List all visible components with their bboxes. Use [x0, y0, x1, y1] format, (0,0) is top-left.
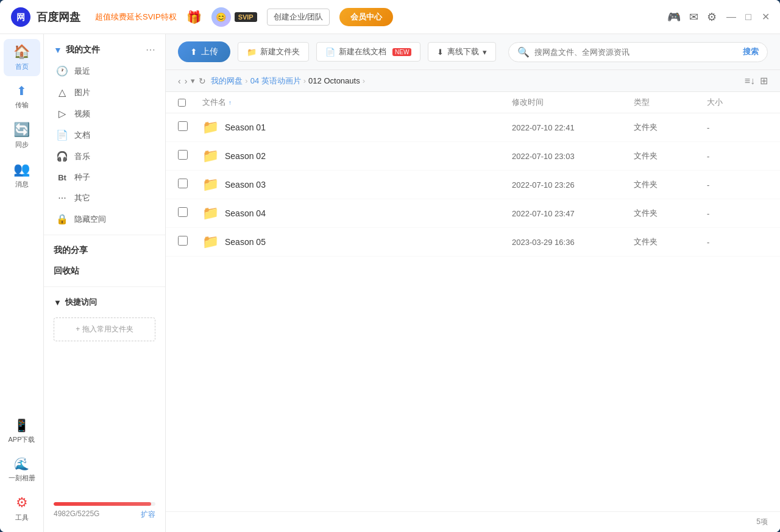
- sidebar-item-video[interactable]: ▷ 视频: [44, 103, 165, 124]
- titlebar: 网 百度网盘 超值续费延长SVIP特权 🎁 😊 SVIP 创建企业/团队 会员中…: [0, 0, 780, 34]
- images-icon: △: [56, 87, 68, 98]
- user-avatar[interactable]: 😊 SVIP: [211, 7, 257, 27]
- row-type: 文件夹: [634, 236, 707, 247]
- sidebar-item-bt[interactable]: Bt 种子: [44, 167, 165, 188]
- recent-label: 最近: [74, 66, 90, 77]
- message-label: 消息: [15, 180, 29, 189]
- row-filename: Season 03: [225, 180, 266, 190]
- sidebar-item-hidden[interactable]: 🔒 隐藏空间: [44, 208, 165, 230]
- sidebar-item-message[interactable]: 👥 消息: [4, 157, 40, 194]
- docs-label: 文档: [74, 130, 90, 141]
- new-folder-button[interactable]: 📁 新建文件夹: [238, 42, 309, 62]
- minimize-button[interactable]: —: [726, 12, 736, 22]
- promo-text[interactable]: 超值续费延长SVIP特权: [95, 12, 177, 23]
- header-checkbox-cell: [178, 97, 202, 108]
- sidebar-item-sync[interactable]: 🔄 同步: [4, 117, 40, 154]
- gift-icon[interactable]: 🎁: [186, 10, 202, 24]
- bt-icon: Bt: [56, 173, 68, 182]
- row-checkbox[interactable]: [178, 121, 188, 131]
- row-checkbox[interactable]: [178, 207, 188, 217]
- sidebar-item-tools[interactable]: ⚙ 工具: [4, 490, 40, 527]
- table-row[interactable]: 📁 Season 05 2023-03-29 16:36 文件夹 -: [166, 228, 780, 257]
- row-filename: Season 05: [225, 237, 266, 247]
- avatar-image: 😊: [211, 7, 231, 27]
- path-dropdown-button[interactable]: ▾: [191, 76, 195, 85]
- folder-icon: 📁: [202, 177, 219, 193]
- maximize-button[interactable]: □: [743, 12, 753, 22]
- sidebar-item-images[interactable]: △ 图片: [44, 82, 165, 103]
- album-label: 一刻相册: [9, 473, 35, 483]
- name-sort-icon[interactable]: ↑: [229, 99, 232, 106]
- sidebar-item-app[interactable]: 📱 APP下载: [4, 413, 40, 449]
- other-icon: ···: [56, 193, 68, 204]
- row-checkbox[interactable]: [178, 150, 188, 160]
- list-view-button[interactable]: ≡↓: [745, 75, 755, 87]
- quick-access-label: 快捷访问: [65, 297, 97, 308]
- new-doc-button[interactable]: 📄 新建在线文档 NEW: [316, 42, 420, 62]
- my-files-more-icon[interactable]: ⋯: [146, 44, 155, 55]
- table-row[interactable]: 📁 Season 02 2022-07-10 23:03 文件夹 -: [166, 142, 780, 171]
- sidebar-item-home[interactable]: 🏠 首页: [4, 39, 40, 76]
- row-type: 文件夹: [634, 151, 707, 161]
- storage-bar-bg: [54, 502, 155, 506]
- enterprise-button[interactable]: 创建企业/团队: [267, 9, 330, 26]
- sidebar-item-other[interactable]: ··· 其它: [44, 188, 165, 208]
- search-input[interactable]: [534, 48, 738, 57]
- row-size: -: [707, 123, 768, 132]
- row-checkbox-cell: [178, 236, 202, 248]
- quick-access-add[interactable]: + 拖入常用文件夹: [54, 317, 155, 341]
- row-size: -: [707, 152, 768, 161]
- storage-info: 4982G/5225G 扩容: [54, 509, 155, 520]
- header-name: 文件名 ↑: [202, 97, 512, 108]
- upload-button[interactable]: ⬆ 上传: [178, 41, 230, 62]
- sidebar-item-recent[interactable]: 🕐 最近: [44, 60, 165, 82]
- game-icon[interactable]: 🎮: [667, 10, 681, 24]
- table-row[interactable]: 📁 Season 03 2022-07-10 23:26 文件夹 -: [166, 171, 780, 199]
- app-logo[interactable]: 网 百度网盘: [10, 6, 80, 28]
- svg-text:网: 网: [16, 12, 25, 22]
- hidden-label: 隐藏空间: [74, 214, 106, 225]
- grid-view-button[interactable]: ⊞: [760, 75, 768, 87]
- main-content: ⬆ 上传 📁 新建文件夹 📄 新建在线文档 NEW ⬇ 离线下载: [166, 34, 780, 532]
- row-modified: 2022-07-10 23:26: [512, 180, 634, 190]
- breadcrumb-root[interactable]: 我的网盘: [211, 76, 243, 87]
- file-sidebar: ▼ 我的文件 ⋯ 🕐 最近 △ 图片 ▷ 视频 📄 文档: [44, 34, 166, 532]
- sidebar-item-music[interactable]: 🎧 音乐: [44, 146, 165, 167]
- sidebar-recycle[interactable]: 回收站: [44, 261, 165, 282]
- select-all-checkbox[interactable]: [178, 99, 186, 107]
- sidebar-item-docs[interactable]: 📄 文档: [44, 124, 165, 146]
- row-modified: 2023-03-29 16:36: [512, 238, 634, 247]
- vip-center-button[interactable]: 会员中心: [339, 8, 393, 26]
- bt-label: 种子: [74, 172, 90, 183]
- refresh-button[interactable]: ↻: [199, 76, 206, 86]
- quick-access-arrow: ▼: [54, 298, 62, 307]
- storage-expand-button[interactable]: 扩容: [141, 509, 155, 520]
- row-checkbox[interactable]: [178, 236, 188, 246]
- sidebar-divider2: [44, 286, 165, 287]
- images-label: 图片: [74, 87, 90, 98]
- row-type: 文件夹: [634, 122, 707, 133]
- table-row[interactable]: 📁 Season 04 2022-07-10 23:47 文件夹 -: [166, 199, 780, 228]
- search-button[interactable]: 搜索: [743, 46, 759, 57]
- settings-icon[interactable]: ⚙: [707, 10, 717, 24]
- sidebar-share[interactable]: 我的分享: [44, 240, 165, 261]
- back-button[interactable]: ‹: [178, 76, 181, 86]
- offline-download-button[interactable]: ⬇ 离线下载 ▾: [428, 42, 496, 62]
- music-icon: 🎧: [56, 151, 68, 162]
- my-files-header[interactable]: ▼ 我的文件 ⋯: [44, 39, 165, 60]
- forward-button[interactable]: ›: [185, 76, 188, 86]
- sidebar-item-album[interactable]: 🌊 一刻相册: [4, 452, 40, 488]
- video-icon: ▷: [56, 108, 68, 119]
- breadcrumb-path1[interactable]: 04 英语动画片: [250, 76, 301, 87]
- quick-access-header[interactable]: ▼ 快捷访问: [44, 292, 165, 313]
- mail-icon[interactable]: ✉: [689, 10, 698, 24]
- row-modified: 2022-07-10 23:03: [512, 152, 634, 161]
- offline-dropdown-icon: ▾: [483, 48, 487, 57]
- table-row[interactable]: 📁 Season 01 2022-07-10 22:41 文件夹 -: [166, 113, 780, 142]
- row-checkbox[interactable]: [178, 179, 188, 188]
- sidebar-item-transfer[interactable]: ⬆ 传输: [4, 79, 40, 115]
- header-type: 类型: [634, 97, 707, 108]
- header-modified: 修改时间: [512, 97, 634, 108]
- close-button[interactable]: ✕: [760, 12, 770, 22]
- breadcrumb-sep3: ›: [363, 76, 365, 85]
